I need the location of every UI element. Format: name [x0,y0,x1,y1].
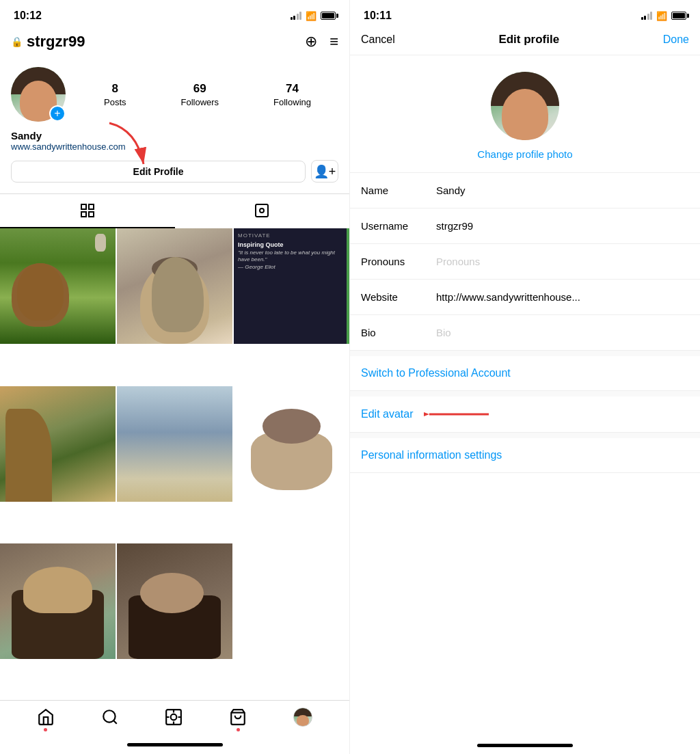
motivate-tag: MOTIVATE [238,232,345,239]
motivate-quote: "It is never too late to be what you mig… [238,250,345,271]
website-value[interactable]: http://www.sandywrittenhouse... [436,291,614,303]
grid-cell-5[interactable] [117,386,232,502]
photo-grid: MOTIVATE Inspiring Quote "It is never to… [0,228,349,700]
name-label: Name [361,185,436,196]
svg-point-7 [103,710,115,722]
grid-cell-1[interactable] [0,228,116,344]
section-divider-1 [350,351,700,356]
tab-tagged[interactable] [175,194,350,228]
svg-point-6 [260,208,264,213]
svg-point-10 [171,714,177,721]
bio-label: Bio [361,327,436,338]
profile-name: Sandy [11,130,338,142]
status-icons-right: 📶 [641,11,687,21]
tab-grid[interactable] [0,194,175,228]
field-username: Username strgzr99 [350,208,700,244]
following-label: Following [273,97,311,107]
username-value[interactable]: strgzr99 [436,220,689,232]
nav-shop[interactable] [229,708,247,726]
left-panel: 10:12 📶 🔒 strgzr99 ⊕ ≡ + [0,0,350,754]
wifi-icon-right: 📶 [656,11,667,21]
add-post-icon[interactable]: ⊕ [305,33,317,51]
nav-home[interactable] [37,708,55,726]
battery-icon-right [671,12,686,20]
red-arrow-indicator [96,116,164,174]
edit-profile-nav: Cancel Edit profile Done [350,27,700,55]
username-area: 🔒 strgzr99 [11,33,297,51]
home-bar-right [477,744,573,747]
stats-row: 8 Posts 69 Followers 74 Following [66,82,338,107]
status-bar-right: 10:11 📶 [350,0,700,27]
field-name: Name Sandy [350,173,700,208]
done-button[interactable]: Done [663,33,689,46]
field-pronouns: Pronouns Pronouns [350,244,700,280]
pronouns-label: Pronouns [361,256,436,267]
home-indicator-left [0,740,349,754]
svg-rect-5 [256,204,268,217]
grid-cell-3[interactable]: MOTIVATE Inspiring Quote "It is never to… [234,228,349,344]
change-photo-button[interactable]: Change profile photo [477,148,572,160]
grid-cell-4[interactable] [0,386,116,502]
bio-value[interactable]: Bio [436,327,689,338]
personal-info-button[interactable]: Personal information settings [350,438,700,473]
website-label: Website [361,291,436,303]
add-photo-button[interactable]: + [49,105,66,122]
switch-professional-label: Switch to Professional Account [361,367,511,379]
battery-icon [321,12,336,20]
pronouns-value[interactable]: Pronouns [436,256,689,267]
edit-profile-area: Edit Profile 👤+ [0,157,349,191]
followers-label: Followers [180,97,219,107]
profile-photo-large[interactable] [491,72,559,140]
grid-cell-8[interactable] [117,543,232,659]
lock-icon: 🔒 [11,36,23,47]
grid-cell-7[interactable] [0,543,116,659]
posts-label: Posts [104,97,126,107]
menu-icon[interactable]: ≡ [329,33,338,51]
field-bio: Bio Bio [350,315,700,351]
motivate-title: Inspiring Quote [238,241,345,248]
profile-photo-section: Change profile photo [350,55,700,173]
form-fields: Name Sandy Username strgzr99 Pronouns Pr… [350,173,700,727]
nav-reels[interactable] [165,708,183,726]
nav-profile[interactable] [293,708,312,727]
section-divider-3 [350,433,700,438]
home-notification-dot [44,728,47,731]
switch-professional-button[interactable]: Switch to Professional Account [350,356,700,391]
cancel-button[interactable]: Cancel [361,33,395,46]
following-count: 74 [286,82,299,96]
profile-section: + 8 Posts 69 Followers 74 Following [0,56,349,127]
bottom-nav [0,700,349,740]
svg-rect-2 [89,204,94,209]
right-panel: 10:11 📶 Cancel Edit profile Done Change … [350,0,700,754]
status-bar-left: 10:12 📶 [0,0,349,27]
top-nav-left: 🔒 strgzr99 ⊕ ≡ [0,27,349,56]
personal-info-label: Personal information settings [361,449,502,461]
stat-posts: 8 Posts [104,82,126,107]
nav-search[interactable] [101,708,119,726]
signal-icon [291,12,302,20]
grid-cell-2[interactable] [117,228,232,344]
grid-cell-6[interactable] [234,386,349,502]
status-icons-left: 📶 [291,11,336,21]
edit-avatar-button[interactable]: Edit avatar [350,396,700,433]
add-person-button[interactable]: 👤+ [311,160,338,183]
svg-rect-1 [81,204,86,209]
red-arrow-edit-avatar [424,407,492,421]
username-label: Username [361,220,436,232]
tabs-row [0,193,349,228]
stat-followers: 69 Followers [180,82,219,107]
signal-icon-right [641,12,653,20]
section-divider-2 [350,391,700,396]
posts-count: 8 [112,82,118,96]
edit-profile-row: Edit Profile 👤+ [0,157,349,191]
edit-avatar-label: Edit avatar [361,408,413,420]
nav-icons: ⊕ ≡ [305,33,338,51]
field-website: Website http://www.sandywrittenhouse... [350,280,700,315]
edit-profile-title: Edit profile [498,33,559,46]
profile-name-section: Sandy www.sandywrittenhouse.com [0,127,349,157]
name-value[interactable]: Sandy [436,185,689,196]
time-right: 10:11 [364,10,392,22]
shop-notification-dot [237,728,240,731]
profile-link[interactable]: www.sandywrittenhouse.com [11,142,338,152]
arrow-svg [424,407,492,421]
